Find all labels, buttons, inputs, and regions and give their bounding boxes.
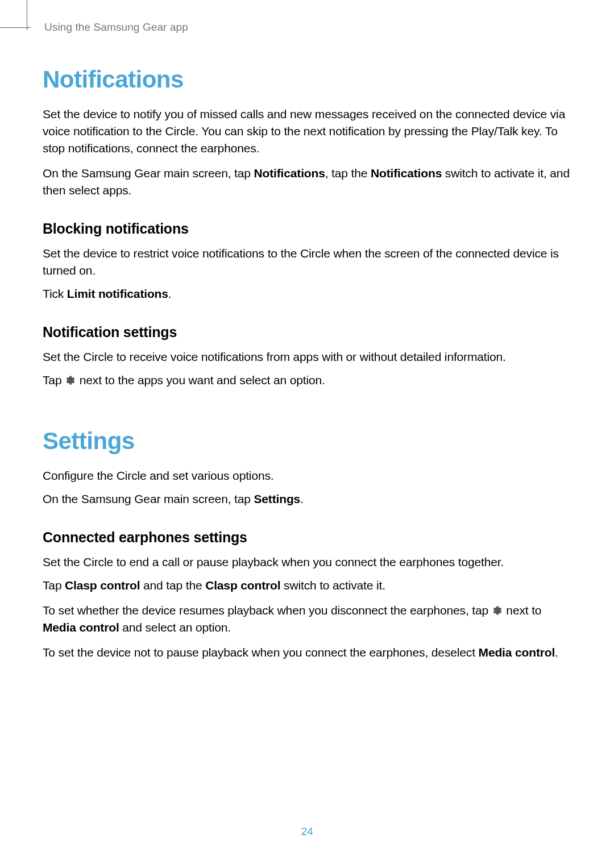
page: Using the Samsung Gear app Notifications… xyxy=(0,0,614,868)
bold-text: Settings xyxy=(254,492,300,505)
crop-mark-vertical xyxy=(27,0,27,30)
page-number: 24 xyxy=(0,825,614,838)
paragraph: Set the Circle to receive voice notifica… xyxy=(43,348,573,366)
text: On the Samsung Gear main screen, tap xyxy=(43,492,254,505)
heading-notification-settings: Notification settings xyxy=(43,324,573,340)
paragraph: Configure the Circle and set various opt… xyxy=(43,467,573,484)
text: Tap xyxy=(43,579,65,592)
gear-icon xyxy=(492,605,503,616)
heading-connected-earphones: Connected earphones settings xyxy=(43,529,573,546)
paragraph: Set the Circle to end a call or pause pl… xyxy=(43,554,573,571)
heading-notifications: Notifications xyxy=(43,66,573,93)
text: next to the apps you want and select an … xyxy=(76,373,325,387)
heading-blocking-notifications: Blocking notifications xyxy=(43,221,573,237)
text: and tap the xyxy=(140,579,205,592)
paragraph: Tap next to the apps you want and select… xyxy=(43,372,573,389)
text: Tick xyxy=(43,287,67,300)
text: Tap xyxy=(43,373,65,387)
text: . xyxy=(555,646,558,659)
paragraph: Set the device to restrict voice notific… xyxy=(43,245,573,279)
bold-text: Clasp control xyxy=(65,579,140,592)
gear-icon xyxy=(65,375,76,385)
paragraph: On the Samsung Gear main screen, tap Set… xyxy=(43,491,573,508)
paragraph: To set the device not to pause playback … xyxy=(43,644,573,661)
text: . xyxy=(168,287,172,300)
bold-text: Media control xyxy=(43,621,119,634)
text: To set whether the device resumes playba… xyxy=(43,604,492,617)
bold-text: Notifications xyxy=(254,167,325,180)
paragraph: Tick Limit notifications. xyxy=(43,285,573,302)
heading-settings: Settings xyxy=(43,427,573,455)
paragraph: Tap Clasp control and tap the Clasp cont… xyxy=(43,577,573,594)
text: On the Samsung Gear main screen, tap xyxy=(43,167,254,180)
text: switch to activate it. xyxy=(280,579,385,592)
bold-text: Notifications xyxy=(371,167,442,180)
paragraph: On the Samsung Gear main screen, tap Not… xyxy=(43,165,573,199)
running-header: Using the Samsung Gear app xyxy=(44,21,573,34)
text: To set the device not to pause playback … xyxy=(43,646,479,659)
text: , tap the xyxy=(325,167,371,180)
crop-mark-horizontal xyxy=(0,27,31,28)
paragraph: Set the device to notify you of missed c… xyxy=(43,106,573,157)
text: next to xyxy=(503,604,542,617)
bold-text: Clasp control xyxy=(205,579,280,592)
bold-text: Limit notifications xyxy=(67,287,168,300)
bold-text: Media control xyxy=(479,646,555,659)
paragraph: To set whether the device resumes playba… xyxy=(43,602,573,636)
text: . xyxy=(300,492,304,505)
text: and select an option. xyxy=(119,621,231,634)
